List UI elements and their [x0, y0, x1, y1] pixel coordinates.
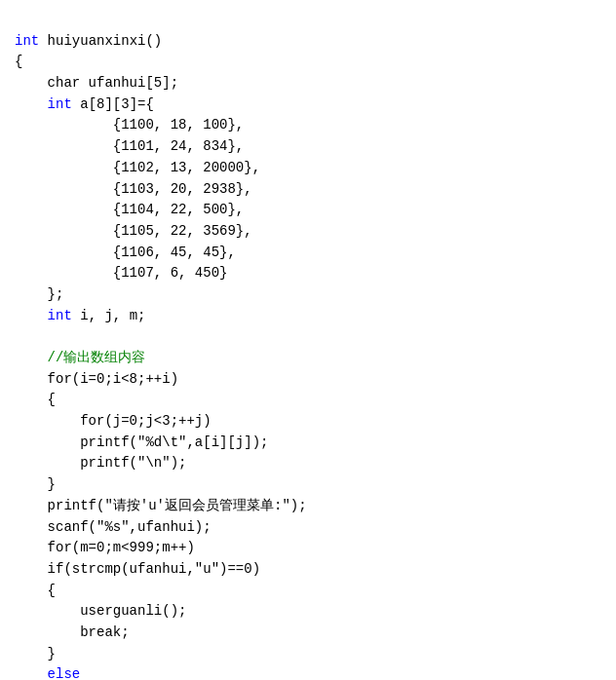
keyword-int-3: int — [48, 308, 72, 323]
code-block: int huiyuanxinxi() { char ufanhui[5]; in… — [15, 10, 601, 680]
line-2: { — [15, 54, 22, 69]
comment-1: //输出数组内容 — [15, 350, 145, 365]
line-14b: i, j, m; — [72, 308, 146, 323]
keyword-else: else — [15, 666, 80, 680]
line-10: {1105, 22, 3569}, — [15, 223, 252, 239]
line-24: for(m=0;m<999;m++) — [15, 540, 195, 555]
line-17: { — [15, 392, 56, 407]
line-12: {1107, 6, 450} — [15, 265, 227, 281]
line-28: break; — [15, 624, 130, 640]
line-5: {1100, 18, 100}, — [15, 117, 244, 132]
line-7: {1102, 13, 20000}, — [15, 160, 260, 175]
function-decl: huiyuanxinxi() — [39, 33, 162, 49]
line-16: for(i=0;i<8;++i) — [15, 371, 178, 387]
line-23: scanf("%s",ufanhui); — [15, 519, 212, 535]
line-13: }; — [15, 286, 63, 302]
line-6: {1101, 24, 834}, — [15, 138, 244, 154]
line-21: } — [15, 476, 56, 492]
keyword-int-2: int — [48, 96, 72, 112]
line-22: printf("请按'u'返回会员管理菜单:"); — [15, 498, 307, 513]
line-18: for(j=0;j<3;++j) — [15, 413, 212, 429]
line-11: {1106, 45, 45}, — [15, 245, 236, 260]
line-26: { — [15, 583, 56, 598]
line-4b: a[8][3]={ — [72, 96, 154, 112]
line-3: char ufanhui[5]; — [15, 75, 178, 91]
line-8: {1103, 20, 2938}, — [15, 181, 252, 197]
line-20: printf("\n"); — [15, 455, 186, 471]
keyword-int: int — [15, 33, 39, 49]
line-14 — [15, 308, 48, 323]
line-9: {1104, 22, 500}, — [15, 202, 244, 217]
code-container: int huiyuanxinxi() { char ufanhui[5]; in… — [0, 0, 616, 680]
line-4 — [15, 96, 48, 112]
line-25: if(strcmp(ufanhui,"u")==0) — [15, 561, 260, 577]
line-29: } — [15, 646, 56, 661]
line-19: printf("%d\t",a[i][j]); — [15, 434, 268, 450]
line-27: userguanli(); — [15, 603, 186, 619]
